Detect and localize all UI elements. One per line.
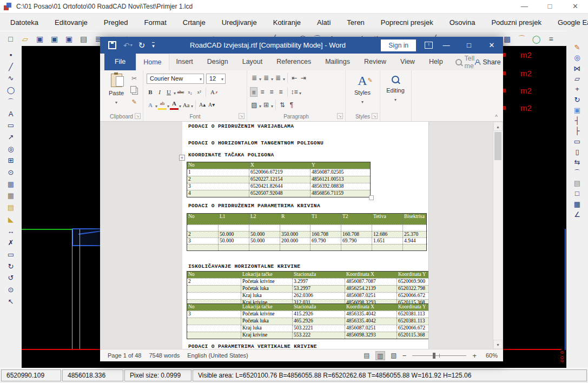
font-name-combo[interactable]: Courier New: [147, 74, 204, 84]
save-icon[interactable]: ▣: [47, 32, 62, 46]
dialog-launcher-icon[interactable]: [372, 113, 378, 119]
stretch-two-icon[interactable]: ▯: [571, 147, 584, 157]
tab-mailings[interactable]: Mailings: [318, 54, 357, 70]
save-all-icon[interactable]: ▣: [32, 32, 47, 46]
extend-icon[interactable]: ├: [571, 126, 584, 136]
join-icon[interactable]: ⇆: [571, 157, 584, 167]
dialog-launcher-icon[interactable]: [239, 113, 245, 119]
zoom-in-button[interactable]: +: [472, 352, 477, 360]
menu-item-teren[interactable]: Teren: [339, 18, 373, 27]
undo-caret-icon[interactable]: ▾: [130, 43, 133, 48]
new-file-icon[interactable]: □: [3, 32, 18, 46]
menu-item-kotiranje[interactable]: Kotiranje: [265, 18, 309, 27]
line-spacing-button[interactable]: ↕≡: [290, 87, 299, 97]
menu-item-datoteka[interactable]: Datoteka: [2, 18, 47, 27]
scroll-up-icon[interactable]: [493, 122, 503, 131]
draw-text-icon[interactable]: A: [4, 109, 17, 119]
menu-item-pregled[interactable]: Pregled: [96, 18, 136, 27]
rotate-icon[interactable]: ↻: [571, 95, 584, 105]
justify-button[interactable]: ≡: [276, 87, 285, 97]
chevron-down-icon[interactable]: [283, 73, 285, 83]
offset-icon[interactable]: ▱: [571, 74, 584, 84]
save-icon[interactable]: [108, 41, 116, 49]
rainbow-arc-icon[interactable]: ⌒: [514, 32, 529, 46]
tab-file[interactable]: File: [104, 54, 136, 70]
angle-clock-icon[interactable]: ⊙: [4, 285, 17, 295]
chevron-down-icon[interactable]: [191, 100, 193, 110]
menu-item-google-earth[interactable]: Google Earth: [550, 18, 588, 27]
close-icon[interactable]: ✕: [563, 0, 588, 13]
web-layout-icon[interactable]: ▧: [389, 351, 399, 360]
paste-button[interactable]: Paste: [104, 74, 128, 108]
document-page[interactable]: PODACI O PRIDRUŽENIM VARIJABLAMAPODACI O…: [182, 122, 429, 349]
tab-help[interactable]: Help: [422, 54, 450, 70]
bullets-button[interactable]: ≣: [250, 73, 259, 83]
trim-icon[interactable]: ┤: [571, 115, 584, 126]
region-icon[interactable]: □: [571, 188, 584, 199]
save-as-icon[interactable]: ▣: [62, 32, 76, 46]
shading-button[interactable]: ▨: [250, 100, 259, 110]
chevron-down-icon[interactable]: [259, 100, 261, 110]
chevron-down-icon[interactable]: [179, 100, 181, 110]
slope-icon[interactable]: ◣: [4, 214, 17, 224]
redo-icon[interactable]: ↻: [138, 41, 146, 50]
draw-point-icon[interactable]: ▪: [4, 50, 17, 60]
scrollbar-thumb[interactable]: [494, 132, 501, 160]
zoom-out-button[interactable]: −: [402, 352, 407, 360]
minimize-icon[interactable]: —: [512, 0, 537, 13]
multilevel-list-button[interactable]: ≣: [274, 73, 282, 83]
menu-item-poprecni-presjek[interactable]: Poprecni presjek: [373, 18, 441, 27]
erase-icon[interactable]: ✎: [571, 42, 584, 52]
print-layout-icon[interactable]: ▥: [375, 351, 385, 360]
tab-references[interactable]: References: [269, 54, 318, 70]
draw-line-icon[interactable]: ╱: [4, 62, 17, 72]
clear-formatting-button[interactable]: A: [208, 87, 217, 97]
zoom-slider-thumb[interactable]: [433, 353, 435, 359]
maximize-icon[interactable]: □: [537, 0, 563, 13]
grow-font-button[interactable]: A▴: [198, 100, 207, 110]
collapse-ribbon-icon[interactable]: [495, 114, 498, 120]
menu-item-osovina[interactable]: Osovina: [441, 18, 484, 27]
chevron-down-icon[interactable]: [271, 100, 273, 110]
shrink-font-button[interactable]: A▾: [207, 100, 216, 110]
tab-home[interactable]: Home: [136, 54, 169, 70]
read-mode-icon[interactable]: ▤: [362, 351, 372, 360]
settings-icon[interactable]: ≡: [544, 32, 558, 46]
angle-measure-icon[interactable]: ∠: [571, 209, 584, 220]
dialog-launcher-icon[interactable]: [337, 113, 343, 119]
draw-circle-icon[interactable]: ◯: [4, 85, 17, 95]
draw-callout-icon[interactable]: ▭: [4, 120, 17, 130]
ribbon-display-options-icon[interactable]: ↑: [425, 42, 433, 49]
font-size-combo[interactable]: 12: [206, 74, 226, 84]
styles-button[interactable]: A Styles: [349, 74, 375, 105]
subscript-button[interactable]: x₂: [186, 87, 194, 97]
dialog-launcher-icon[interactable]: [135, 113, 141, 119]
word-minimize-icon[interactable]: —: [435, 37, 458, 54]
tab-review[interactable]: Review: [357, 54, 393, 70]
draw-spline-icon[interactable]: ∿: [4, 73, 17, 83]
image-insert-icon[interactable]: ▦: [4, 179, 17, 189]
language-indicator[interactable]: English (United States): [187, 352, 248, 359]
chevron-down-icon[interactable]: [259, 73, 261, 83]
italic-button[interactable]: I: [155, 87, 164, 97]
zoom-level[interactable]: 60%: [480, 352, 498, 359]
strikethrough-button[interactable]: abc: [176, 87, 185, 97]
share-button[interactable]: Share: [474, 54, 500, 70]
copy-button[interactable]: [130, 86, 136, 93]
align-center-button[interactable]: ≡: [258, 87, 267, 97]
angle-ccw-icon[interactable]: ↺: [4, 273, 17, 283]
underline-button[interactable]: U: [164, 87, 173, 97]
borders-button[interactable]: ⊞: [262, 100, 270, 110]
copy-object-icon[interactable]: ◎: [571, 52, 584, 63]
menu-item-alati[interactable]: Alati: [309, 18, 339, 27]
dim-rect-icon[interactable]: ▭: [4, 249, 17, 260]
menu-item-poduzni-presjek[interactable]: Poduzni presjek: [483, 18, 550, 27]
chevron-down-icon[interactable]: [167, 100, 169, 110]
leader-icon[interactable]: ↖: [4, 296, 17, 307]
text-effects-button[interactable]: A: [146, 100, 155, 110]
chevron-down-icon[interactable]: [271, 73, 273, 83]
undo-icon[interactable]: ↶: [123, 41, 130, 50]
chevron-down-icon[interactable]: [299, 87, 301, 97]
highlight-button[interactable]: ab: [158, 100, 167, 110]
dim-cross-icon[interactable]: ✗: [4, 237, 17, 248]
